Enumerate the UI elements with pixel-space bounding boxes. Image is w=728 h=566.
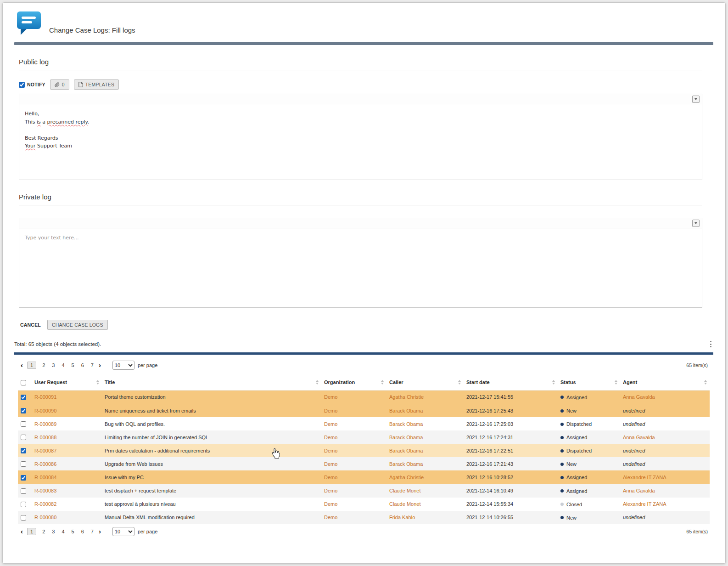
user-request-link[interactable]: R-000088 [34, 435, 56, 440]
caller-link[interactable]: Frida Kahlo [389, 515, 415, 520]
page-button-2[interactable]: 2 [41, 528, 46, 535]
table-row[interactable]: R-000087 Prm dates calculation - additio… [18, 444, 710, 457]
row-checkbox[interactable] [21, 448, 26, 453]
page-button-1[interactable]: 1 [27, 528, 36, 535]
toolbar-expand-button[interactable] [692, 96, 700, 103]
page-button-5[interactable]: 5 [71, 528, 75, 535]
user-request-link[interactable]: R-000090 [34, 408, 56, 413]
organization-link[interactable]: Demo [324, 435, 337, 440]
organization-link[interactable]: Demo [324, 408, 337, 413]
page-button-6[interactable]: 6 [80, 362, 85, 369]
change-case-logs-button[interactable]: CHANGE CASE LOGS [47, 320, 108, 330]
agent-link[interactable]: Alexandre IT ZANA [623, 501, 666, 507]
caller-link[interactable]: Barack Obama [389, 421, 423, 427]
user-request-link[interactable]: R-000082 [34, 501, 56, 507]
row-checkbox[interactable] [21, 395, 26, 400]
select-all-checkbox[interactable] [21, 380, 26, 385]
page-button-5[interactable]: 5 [71, 362, 75, 369]
caller-link[interactable]: Claude Monet [389, 501, 421, 507]
attachments-button[interactable]: 0 [50, 79, 69, 90]
notify-checkbox[interactable] [19, 82, 25, 88]
table-row[interactable]: R-000086 Upgrade from Web issues Demo Ba… [18, 457, 710, 470]
table-row[interactable]: R-000088 Limiting the number of JOIN in … [18, 430, 710, 444]
page-button-6[interactable]: 6 [80, 528, 85, 535]
agent-link[interactable]: Alexandre IT ZANA [623, 475, 666, 480]
caller-link[interactable]: Barack Obama [389, 461, 423, 467]
user-request-link[interactable]: R-000087 [34, 448, 56, 453]
prev-page-button[interactable]: ‹ [20, 528, 24, 535]
page-button-3[interactable]: 3 [51, 528, 56, 535]
caller-link[interactable]: Agatha Christie [389, 394, 424, 400]
row-checkbox[interactable] [21, 475, 26, 481]
col-organization[interactable]: Organization [321, 375, 386, 391]
organization-link[interactable]: Demo [324, 475, 337, 480]
row-checkbox[interactable] [21, 408, 26, 413]
table-row[interactable]: R-000083 test disptach + request templat… [18, 484, 710, 498]
col-status[interactable]: Status [558, 375, 620, 391]
per-page-select[interactable]: 10 [112, 527, 134, 536]
caller-link[interactable]: Barack Obama [389, 408, 423, 413]
notify-checkbox-label[interactable]: NOTIFY [19, 82, 45, 88]
row-checkbox[interactable] [21, 461, 26, 467]
cancel-button[interactable]: CANCEL [17, 320, 44, 329]
user-request-link[interactable]: R-000080 [34, 515, 56, 520]
per-page-select[interactable]: 10 [112, 361, 134, 370]
public-log-editor[interactable]: Hello,This is a precanned reply. Best Re… [19, 94, 702, 180]
agent-link[interactable]: Anna Gavalda [623, 394, 655, 400]
user-request-link[interactable]: R-000089 [34, 421, 56, 427]
page-button-4[interactable]: 4 [61, 362, 65, 369]
sort-icon[interactable] [458, 380, 461, 385]
user-request-link[interactable]: R-000086 [34, 461, 56, 467]
organization-link[interactable]: Demo [324, 461, 337, 467]
agent-link[interactable]: Anna Gavalda [623, 435, 655, 440]
caller-link[interactable]: Agatha Christie [389, 475, 424, 480]
next-page-button[interactable]: › [98, 362, 102, 368]
table-row[interactable]: R-000089 Bug with OQL and profiles. Demo… [18, 417, 710, 430]
user-request-link[interactable]: R-000091 [34, 394, 56, 400]
page-button-1[interactable]: 1 [27, 362, 36, 369]
agent-link[interactable]: Anna Gavalda [623, 488, 655, 493]
col-title[interactable]: Title [102, 375, 321, 391]
prev-page-button[interactable]: ‹ [20, 362, 24, 368]
col-caller[interactable]: Caller [386, 375, 464, 391]
row-checkbox[interactable] [21, 421, 26, 427]
caller-link[interactable]: Barack Obama [389, 435, 423, 440]
table-row[interactable]: R-000082 test approval à plusieurs nivea… [18, 498, 710, 511]
page-button-3[interactable]: 3 [51, 362, 56, 369]
organization-link[interactable]: Demo [324, 421, 337, 427]
templates-button[interactable]: TEMPLATES [74, 79, 119, 90]
table-row[interactable]: R-000084 Issue with my PC Demo Agatha Ch… [18, 470, 710, 484]
user-request-link[interactable]: R-000084 [34, 475, 56, 480]
col-start-date[interactable]: Start date [464, 375, 558, 391]
sort-icon[interactable] [96, 380, 99, 385]
kebab-menu-icon[interactable] [708, 340, 713, 349]
sort-icon[interactable] [704, 380, 707, 385]
col-agent[interactable]: Agent [620, 375, 710, 391]
caller-link[interactable]: Barack Obama [389, 448, 423, 453]
organization-link[interactable]: Demo [324, 501, 337, 507]
sort-icon[interactable] [316, 380, 319, 385]
col-user-request[interactable]: User Request [32, 375, 102, 391]
row-checkbox[interactable] [21, 515, 26, 521]
private-log-editor[interactable]: Type your text here... [19, 218, 702, 308]
organization-link[interactable]: Demo [324, 448, 337, 453]
table-row[interactable]: R-000080 Manual Delta-XML modification r… [18, 511, 710, 524]
sort-icon[interactable] [381, 380, 384, 385]
toolbar-expand-button[interactable] [692, 220, 700, 227]
sort-icon[interactable] [552, 380, 555, 385]
row-checkbox[interactable] [21, 435, 26, 440]
page-button-2[interactable]: 2 [41, 362, 46, 369]
organization-link[interactable]: Demo [324, 488, 337, 493]
row-checkbox[interactable] [21, 488, 26, 494]
organization-link[interactable]: Demo [324, 515, 337, 520]
next-page-button[interactable]: › [98, 528, 102, 535]
private-log-content[interactable]: Type your text here... [19, 228, 702, 307]
sort-icon[interactable] [615, 380, 617, 385]
page-button-4[interactable]: 4 [61, 528, 65, 535]
public-log-content[interactable]: Hello,This is a precanned reply. Best Re… [19, 104, 702, 180]
page-button-7[interactable]: 7 [90, 528, 95, 535]
table-row[interactable]: R-000091 Portal theme customization Demo… [18, 390, 710, 404]
user-request-link[interactable]: R-000083 [34, 488, 56, 493]
page-button-7[interactable]: 7 [90, 362, 95, 369]
organization-link[interactable]: Demo [324, 394, 337, 400]
